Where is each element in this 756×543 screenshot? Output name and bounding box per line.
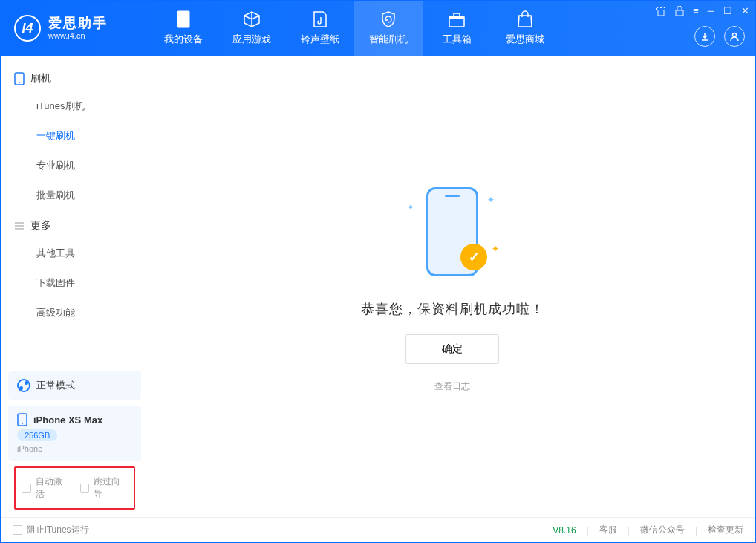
shield-refresh-icon	[379, 10, 397, 28]
svg-point-4	[733, 33, 737, 37]
cube-icon	[243, 10, 261, 28]
list-icon	[14, 221, 25, 231]
sparkle-icon: ✦	[407, 202, 414, 212]
nav-label: 我的设备	[164, 33, 203, 46]
device-name: iPhone XS Max	[33, 414, 102, 426]
sparkle-icon: ✦	[487, 195, 495, 205]
device-card[interactable]: iPhone XS Max 256GB iPhone	[8, 406, 141, 461]
logo[interactable]: i4 爱思助手 www.i4.cn	[1, 15, 149, 42]
nav-toolbox[interactable]: 工具箱	[423, 1, 491, 56]
mode-label: 正常模式	[36, 379, 75, 392]
storage-badge: 256GB	[17, 429, 57, 441]
sidebar-item-other-tools[interactable]: 其他工具	[1, 238, 149, 268]
window-controls-top: ≡ ─ ☐ ✕	[656, 5, 749, 16]
group-title: 刷机	[30, 72, 51, 85]
mode-card[interactable]: 正常模式	[8, 371, 141, 400]
sidebar-item-download-firmware[interactable]: 下载固件	[1, 268, 149, 298]
user-button[interactable]	[724, 26, 745, 47]
success-message: 恭喜您，保资料刷机成功啦！	[361, 300, 544, 318]
sidebar-item-onekey-flash[interactable]: 一键刷机	[1, 121, 149, 151]
block-itunes-label[interactable]: 阻止iTunes运行	[27, 524, 89, 536]
svg-point-8	[22, 423, 23, 424]
app-window: i4 爱思助手 www.i4.cn 我的设备 应用游戏 铃声壁纸 智能刷机	[0, 0, 756, 543]
view-log-link[interactable]: 查看日志	[434, 380, 470, 393]
checkbox-label: 跳过向导	[94, 475, 128, 501]
check-update-link[interactable]: 检查更新	[708, 524, 743, 536]
highlighted-checkbox-row: 自动激活 跳过向导	[14, 466, 135, 510]
sidebar-item-itunes-flash[interactable]: iTunes刷机	[1, 91, 149, 121]
svg-rect-0	[177, 11, 190, 28]
svg-rect-3	[676, 10, 683, 16]
phone-icon	[175, 10, 192, 28]
toolbox-icon	[448, 10, 466, 28]
sidebar-item-advanced[interactable]: 高级功能	[1, 298, 149, 328]
download-button[interactable]	[694, 26, 715, 47]
statusbar: 阻止iTunes运行 V8.16 | 客服 | 微信公众号 | 检查更新	[1, 517, 755, 542]
body: 刷机 iTunes刷机 一键刷机 专业刷机 批量刷机 更多 其他工具 下载固件 …	[1, 56, 755, 517]
shirt-icon[interactable]	[656, 6, 666, 16]
nav-ringtones[interactable]: 铃声壁纸	[286, 1, 354, 56]
device-type: iPhone	[17, 444, 42, 453]
nav-my-device[interactable]: 我的设备	[149, 1, 218, 56]
nav-tabs: 我的设备 应用游戏 铃声壁纸 智能刷机 工具箱 爱思商城	[149, 1, 559, 56]
app-name: 爱思助手	[48, 16, 108, 32]
sparkle-icon: ✦	[492, 244, 499, 254]
device-icon	[17, 413, 27, 426]
success-graphic: ✦ ✦ ✦ ✓	[411, 180, 493, 284]
minimize-button[interactable]: ─	[708, 5, 714, 16]
support-link[interactable]: 客服	[599, 524, 617, 536]
sidebar-group-more: 更多	[1, 210, 149, 238]
menu-icon[interactable]: ≡	[693, 5, 699, 16]
nav-label: 应用游戏	[232, 33, 271, 46]
window-controls-bottom	[694, 26, 745, 47]
main-content: ✦ ✦ ✦ ✓ 恭喜您，保资料刷机成功啦！ 确定 查看日志	[149, 56, 755, 517]
svg-point-6	[19, 82, 20, 83]
nav-apps-games[interactable]: 应用游戏	[218, 1, 286, 56]
svg-rect-2	[449, 16, 464, 19]
sidebar: 刷机 iTunes刷机 一键刷机 专业刷机 批量刷机 更多 其他工具 下载固件 …	[1, 56, 149, 517]
version-label: V8.16	[553, 525, 576, 536]
checkbox-skip-wizard[interactable]: 跳过向导	[80, 475, 128, 501]
nav-label: 铃声壁纸	[301, 33, 339, 46]
ok-button[interactable]: 确定	[405, 334, 499, 364]
titlebar: i4 爱思助手 www.i4.cn 我的设备 应用游戏 铃声壁纸 智能刷机	[1, 1, 755, 56]
check-badge-icon: ✓	[460, 244, 487, 270]
group-title: 更多	[30, 219, 51, 233]
nav-label: 爱思商城	[506, 33, 544, 46]
checkbox-auto-activate[interactable]: 自动激活	[22, 475, 70, 501]
close-button[interactable]: ✕	[741, 5, 749, 16]
checkbox-icon	[80, 484, 90, 493]
sidebar-bottom: 正常模式 iPhone XS Max 256GB iPhone 自动激活	[1, 364, 149, 517]
sidebar-group-flash: 刷机	[1, 63, 149, 91]
mode-icon	[17, 379, 30, 392]
maximize-button[interactable]: ☐	[723, 5, 732, 16]
sidebar-item-batch-flash[interactable]: 批量刷机	[1, 181, 149, 210]
wechat-link[interactable]: 微信公众号	[640, 524, 685, 536]
bag-icon	[516, 10, 534, 28]
checkbox-icon	[22, 484, 31, 493]
logo-icon: i4	[14, 15, 41, 42]
app-url: www.i4.cn	[48, 31, 108, 41]
sidebar-item-pro-flash[interactable]: 专业刷机	[1, 151, 149, 181]
nav-store[interactable]: 爱思商城	[491, 1, 559, 56]
phone-outline-icon	[14, 72, 25, 85]
checkbox-label: 自动激活	[36, 475, 70, 501]
nav-label: 工具箱	[443, 33, 472, 46]
nav-label: 智能刷机	[369, 33, 408, 46]
checkbox-icon[interactable]	[13, 525, 22, 535]
music-file-icon	[311, 10, 329, 28]
lock-icon[interactable]	[675, 6, 684, 16]
nav-flash[interactable]: 智能刷机	[354, 1, 423, 56]
